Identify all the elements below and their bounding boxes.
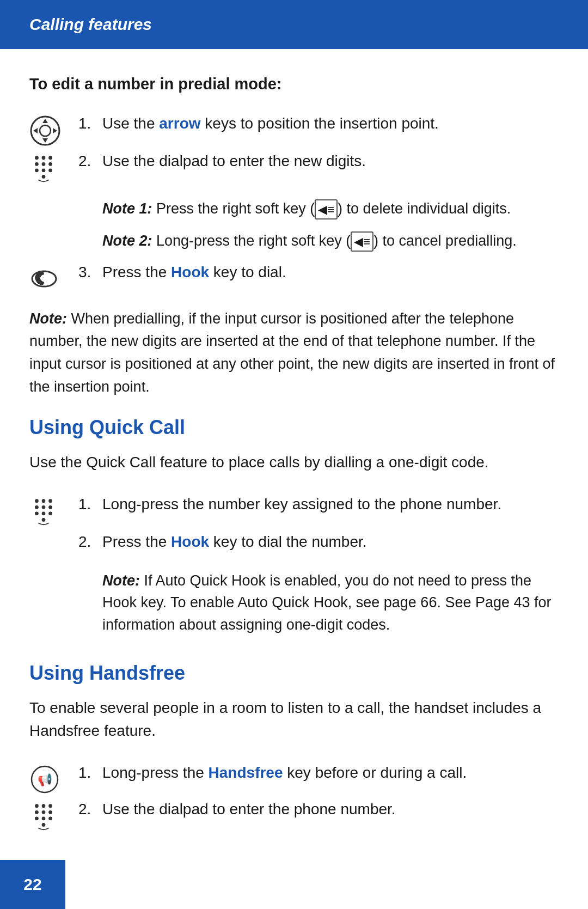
- note-2-label: Note 2:: [102, 233, 152, 249]
- quick-call-step-1: 1. Long-press the number key assigned to…: [29, 493, 559, 531]
- svg-point-19: [42, 499, 46, 503]
- general-note-text: When predialling, if the input cursor is…: [29, 310, 555, 395]
- page-number: 22: [23, 875, 41, 894]
- svg-text:📢: 📢: [38, 772, 53, 787]
- header-title: Calling features: [29, 15, 152, 33]
- svg-point-15: [42, 175, 46, 179]
- handsfree-step-1-text: Long-press the Handsfree key before or d…: [102, 762, 559, 798]
- quick-call-note-bold: Note:: [102, 572, 140, 589]
- main-content: To edit a number in predial mode: 1. Use…: [0, 49, 588, 884]
- dialpad-icon-2: [29, 496, 58, 527]
- svg-point-25: [42, 511, 46, 515]
- predial-step-1-text: Use the arrow keys to position the inser…: [102, 113, 559, 150]
- note-1-text-2: ) to delete individual digits.: [338, 200, 511, 217]
- predial-step-3: 3. Press the Hook key to dial.: [29, 261, 559, 295]
- header-bar: Calling features: [0, 0, 588, 49]
- quick-call-title: Using Quick Call: [29, 416, 559, 439]
- svg-marker-5: [53, 128, 57, 133]
- svg-point-31: [42, 804, 46, 808]
- svg-point-26: [48, 511, 52, 515]
- quick-call-note: Note: If Auto Quick Hook is enabled, you…: [102, 570, 559, 636]
- svg-point-39: [42, 823, 46, 827]
- svg-marker-4: [33, 128, 38, 133]
- handsfree-step-2-text: Use the dialpad to enter the phone numbe…: [102, 798, 559, 836]
- predial-step-3-table: 3. Press the Hook key to dial.: [29, 261, 559, 295]
- handsfree-step-2-num: 2.: [78, 798, 102, 836]
- svg-point-13: [42, 168, 46, 172]
- general-note-bold: Note:: [29, 310, 67, 327]
- arrow-link: arrow: [159, 115, 200, 132]
- softkey-icon-2: ◀≡: [351, 231, 373, 252]
- predial-steps: 1. Use the arrow keys to position the in…: [29, 113, 559, 188]
- dialpad-icon-cell-1: [29, 150, 78, 188]
- hook-link-1: Hook: [171, 264, 209, 280]
- note-2-text-2: ) to cancel predialling.: [373, 233, 517, 249]
- note-1-text: Press the right soft key (: [156, 200, 315, 217]
- predial-step-2: 2. Use the dialpad to enter the new digi…: [29, 150, 559, 188]
- predial-heading: To edit a number in predial mode:: [29, 75, 559, 93]
- svg-point-27: [42, 518, 46, 522]
- quick-call-step-1-text: Long-press the number key assigned to th…: [102, 493, 559, 531]
- svg-point-30: [35, 804, 39, 808]
- quick-call-note-text: If Auto Quick Hook is enabled, you do no…: [102, 572, 552, 633]
- svg-marker-3: [42, 138, 48, 143]
- handsfree-icon-cell: 📢: [29, 762, 78, 798]
- hook-icon-cell: [29, 261, 78, 295]
- handsfree-desc: To enable several people in a room to li…: [29, 697, 559, 742]
- empty-icon-cell: [29, 531, 78, 564]
- svg-point-11: [48, 162, 52, 166]
- softkey-icon-1: ◀≡: [315, 199, 338, 219]
- predial-step-3-text: Press the Hook key to dial.: [102, 261, 559, 295]
- handsfree-step-2: 2. Use the dialpad to enter the phone nu…: [29, 798, 559, 836]
- handsfree-link: Handsfree: [209, 764, 283, 781]
- quick-call-desc: Use the Quick Call feature to place call…: [29, 451, 559, 474]
- dialpad-icon-cell-3: [29, 798, 78, 836]
- note-1-label: Note 1:: [102, 200, 152, 217]
- handsfree-step-1: 📢 1. Long-press the Handsfree key before…: [29, 762, 559, 798]
- quick-call-step-2: 2. Press the Hook key to dial the number…: [29, 531, 559, 564]
- quick-call-step-2-text: Press the Hook key to dial the number.: [102, 531, 559, 564]
- footer-bar: 22: [0, 860, 65, 909]
- svg-point-37: [42, 817, 46, 821]
- quick-call-step-2-num: 2.: [78, 531, 102, 564]
- dialpad-icon-cell-2: [29, 493, 78, 531]
- svg-point-7: [42, 156, 46, 160]
- svg-point-32: [48, 804, 52, 808]
- svg-marker-2: [42, 119, 48, 123]
- nav-icon: [29, 115, 61, 147]
- svg-point-14: [48, 168, 52, 172]
- note-2-text: Long-press the right soft key (: [156, 233, 351, 249]
- handsfree-steps: 📢 1. Long-press the Handsfree key before…: [29, 762, 559, 836]
- svg-point-21: [35, 505, 39, 509]
- quick-call-steps: 1. Long-press the number key assigned to…: [29, 493, 559, 564]
- svg-point-10: [42, 162, 46, 166]
- hook-icon: [29, 267, 59, 289]
- predial-step-3-num: 3.: [78, 261, 102, 295]
- svg-point-12: [35, 168, 39, 172]
- note-2: Note 2: Long-press the right soft key (◀…: [102, 230, 559, 252]
- handsfree-icon: 📢: [29, 764, 60, 795]
- svg-point-34: [42, 810, 46, 814]
- predial-step-2-text: Use the dialpad to enter the new digits.: [102, 150, 559, 188]
- svg-point-38: [48, 817, 52, 821]
- svg-point-1: [40, 125, 51, 136]
- general-note: Note: When predialling, if the input cur…: [29, 308, 559, 399]
- dialpad-icon-3: [29, 801, 58, 832]
- svg-point-8: [48, 156, 52, 160]
- predial-step-1-num: 1.: [78, 113, 102, 150]
- predial-step-1: 1. Use the arrow keys to position the in…: [29, 113, 559, 150]
- svg-point-6: [35, 156, 39, 160]
- handsfree-title: Using Handsfree: [29, 662, 559, 685]
- svg-point-9: [35, 162, 39, 166]
- svg-point-22: [42, 505, 46, 509]
- hook-link-2: Hook: [171, 533, 209, 550]
- note-1: Note 1: Press the right soft key (◀≡) to…: [102, 198, 559, 220]
- svg-point-35: [48, 810, 52, 814]
- svg-point-33: [35, 810, 39, 814]
- quick-call-step-1-num: 1.: [78, 493, 102, 531]
- handsfree-step-1-num: 1.: [78, 762, 102, 798]
- svg-point-23: [48, 505, 52, 509]
- svg-point-18: [35, 499, 39, 503]
- nav-icon-cell: [29, 113, 78, 150]
- dialpad-icon: [29, 152, 58, 184]
